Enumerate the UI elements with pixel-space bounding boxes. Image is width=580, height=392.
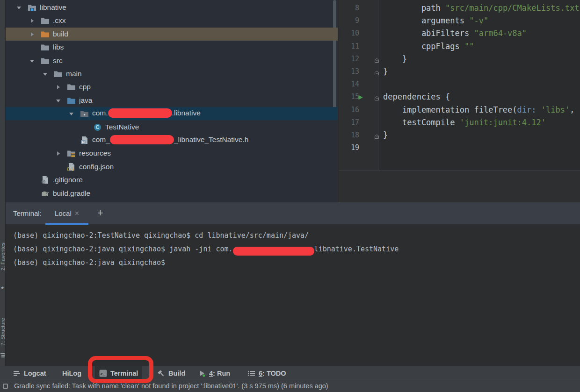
tree-item-label: .cxx [53, 16, 66, 25]
annotation-red-rectangle [88, 356, 153, 383]
tree-row-cxx[interactable]: .cxx [6, 14, 338, 27]
code-token: } [383, 130, 388, 140]
run-icon [198, 370, 206, 377]
editor-line-9[interactable]: 9 arguments "-v" [339, 14, 580, 27]
toolwindow-button-structure[interactable]: 7: Structure [0, 306, 6, 357]
editor-line-8[interactable]: 8 path "src/main/cpp/CMakeLists.txt" [339, 2, 580, 14]
tree-row-config-json[interactable]: {·}config.json [6, 160, 338, 173]
tree-label-text: com_ [92, 135, 110, 143]
code-token: "-v" [469, 16, 488, 25]
chevron-down-icon[interactable] [42, 71, 48, 77]
close-icon[interactable]: × [75, 209, 79, 217]
code-token: 'libs' [541, 105, 570, 114]
code-token: abiFilters [383, 29, 474, 38]
terminal-title: Terminal: [13, 202, 42, 225]
tree-label-text: .gitignore [53, 176, 83, 184]
tree-row-cpp[interactable]: cpp [6, 80, 338, 93]
tree-label-text: .cxx [53, 16, 66, 24]
terminal-text: (base) qixingchao-2:java qixingchao$ jav… [13, 245, 233, 253]
ide-window: 2: Favorites ★ 7: Structure libnative.cx… [0, 0, 580, 392]
tree-label-text: TestNative [105, 123, 139, 131]
code-text: cppFlags "" [383, 40, 474, 53]
code-text: } [383, 53, 407, 65]
editor-line-16[interactable]: 16 implementation fileTree(dir: 'libs', [339, 104, 580, 116]
fold-marker-icon[interactable] [374, 69, 379, 78]
chevron-down-icon[interactable] [15, 5, 22, 11]
tree-row-testnative-class[interactable]: CTestNative [6, 121, 338, 134]
tree-row-resources[interactable]: resources [6, 147, 338, 160]
editor-line-13[interactable]: 13} [339, 65, 580, 78]
editor-line-18[interactable]: 18} [339, 129, 580, 142]
tree-row-build[interactable]: build [6, 28, 338, 41]
tree-label-text: _libnative_TestNative.h [174, 135, 248, 143]
toolwindow-button-hilog[interactable]: HiLog [58, 366, 86, 380]
left-toolwindow-stripe: 2: Favorites ★ 7: Structure [0, 0, 6, 380]
editor-line-19[interactable]: 19 [339, 142, 580, 154]
toolwindow-button-logcat[interactable]: Logcat [9, 366, 51, 380]
fold-marker-icon[interactable] [374, 94, 379, 103]
status-message: Gradle sync failed: Task with name 'clea… [14, 380, 328, 392]
editor-line-15[interactable]: 15dependencies { [339, 91, 580, 103]
tree-item-label: java [79, 96, 92, 105]
chevron-down-icon[interactable] [68, 111, 74, 117]
fold-marker-icon[interactable] [374, 133, 379, 141]
hammer-icon [157, 370, 165, 377]
tree-item-label: src [53, 57, 63, 65]
bottom-toolwindow-bar: LogcatHiLog>_TerminalBuild4: Run6: TODO [0, 366, 580, 380]
tree-row-build-gradle[interactable]: build.gradle [6, 187, 338, 200]
toolwindow-button-todo[interactable]: 6: TODO [243, 366, 290, 380]
editor-line-14[interactable]: 14 [339, 78, 580, 91]
tree-row-header-file[interactable]: Hcom__libnative_TestNative.h [6, 134, 338, 147]
tree-row-src[interactable]: src [6, 54, 338, 67]
toolwindow-button-build[interactable]: Build [153, 366, 189, 380]
folder-resources-icon [66, 150, 76, 157]
code-token: arguments [383, 16, 469, 25]
fold-marker-icon[interactable] [374, 57, 379, 65]
logcat-icon [13, 370, 21, 377]
editor-line-17[interactable]: 17 testCompile 'junit:junit:4.12' [339, 116, 580, 129]
toolwindow-button-label: Logcat [24, 370, 46, 377]
line-number: 17 [339, 116, 359, 129]
terminal-text: (base) qixingchao-2:TestNative qixingcha… [13, 231, 309, 240]
tree-row-package[interactable]: com..libnative [6, 107, 338, 120]
editor-line-12[interactable]: 12 } [339, 53, 580, 65]
chevron-down-icon[interactable] [29, 58, 35, 64]
tree-label-text: .libnative [172, 109, 201, 117]
toolwindow-button-label: 6: TODO [259, 370, 286, 377]
new-terminal-session-button[interactable]: + [97, 202, 103, 224]
toolwindow-button-run[interactable]: 4: Run [194, 366, 234, 380]
run-gutter-icon[interactable] [357, 94, 363, 102]
chevron-right-icon[interactable] [55, 84, 61, 90]
tree-row-java[interactable]: java [6, 94, 338, 107]
folder-icon [40, 57, 50, 65]
toolwindow-toggle-icon[interactable] [3, 384, 8, 389]
terminal-console[interactable]: (base) qixingchao-2:TestNative qixingcha… [6, 225, 580, 366]
toolwindow-button-favorites[interactable]: 2: Favorites [0, 231, 6, 282]
editor-line-11[interactable]: 11 cppFlags "" [339, 40, 580, 53]
chevron-right-icon[interactable] [29, 18, 35, 24]
code-text: } [383, 65, 388, 78]
tree-label-text: cpp [79, 83, 91, 91]
chevron-right-icon[interactable] [29, 31, 35, 37]
tree-item-label: main [66, 70, 82, 78]
tree-row-libs[interactable]: libs [6, 41, 338, 54]
code-token: path [383, 3, 445, 13]
code-token: "arm64-v8a" [474, 29, 527, 38]
chevron-right-icon[interactable] [55, 150, 61, 157]
code-token: } [383, 67, 388, 76]
line-number: 11 [339, 40, 359, 53]
tree-label-text: libnative [40, 3, 66, 11]
code-token [536, 105, 541, 114]
editor-line-10[interactable]: 10 abiFilters "arm64-v8a" [339, 27, 580, 40]
code-text: implementation fileTree(dir: 'libs', [383, 104, 574, 116]
tree-row-gitignore[interactable]: .gitignore [6, 173, 338, 186]
tree-row-main[interactable]: main [6, 67, 338, 80]
code-editor[interactable]: 8 path "src/main/cpp/CMakeLists.txt"9 ar… [339, 0, 580, 202]
tree-label-text: com. [92, 109, 108, 117]
terminal-tab-local[interactable]: Local× [45, 202, 88, 225]
json-icon: {·} [66, 163, 76, 171]
chevron-down-icon[interactable] [55, 98, 61, 104]
redaction-mark [110, 135, 174, 144]
redaction-mark [233, 247, 314, 256]
tree-row-libnative[interactable]: libnative [6, 1, 338, 14]
